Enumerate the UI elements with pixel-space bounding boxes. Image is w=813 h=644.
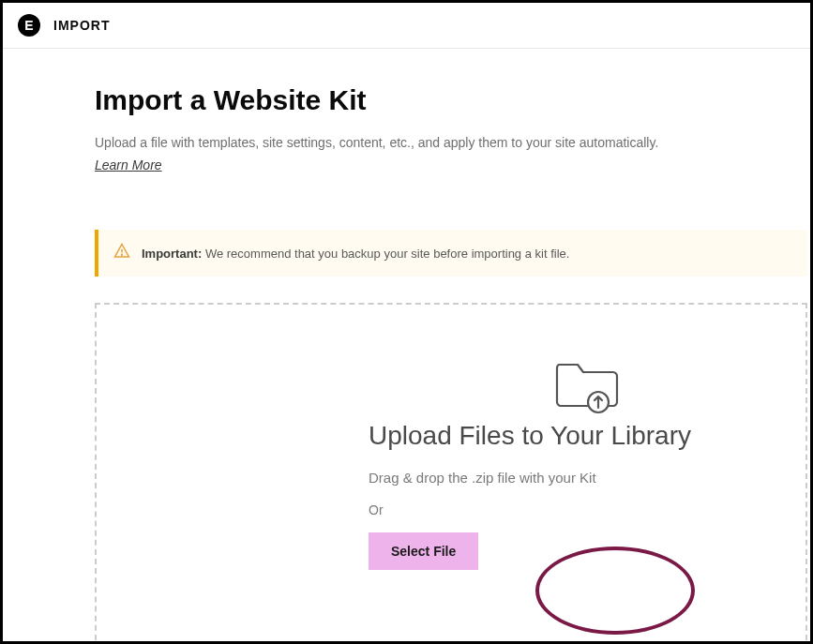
page-title: Import a Website Kit (95, 84, 810, 116)
alert-message: We recommend that you backup your site b… (202, 247, 569, 261)
header-bar: E IMPORT (3, 3, 810, 49)
upload-subtitle: Drag & drop the .zip file with your Kit (369, 470, 596, 486)
folder-upload-icon (551, 404, 623, 420)
main-content: Import a Website Kit Upload a file with … (3, 49, 810, 644)
learn-more-link[interactable]: Learn More (95, 157, 162, 172)
upload-or-text: Or (369, 502, 384, 517)
alert-text: Important: We recommend that you backup … (142, 247, 569, 261)
important-alert: Important: We recommend that you backup … (95, 230, 807, 277)
upload-title: Upload Files to Your Library (369, 421, 691, 451)
page-description: Upload a file with templates, site setti… (95, 133, 810, 153)
alert-label: Important: (142, 247, 202, 261)
file-dropzone[interactable]: Upload Files to Your Library Drag & drop… (95, 303, 807, 644)
header-title: IMPORT (53, 18, 110, 33)
logo-letter: E (24, 19, 33, 32)
elementor-logo: E (18, 14, 40, 37)
select-file-button[interactable]: Select File (369, 532, 478, 570)
svg-point-1 (122, 254, 123, 255)
warning-icon (113, 243, 130, 263)
